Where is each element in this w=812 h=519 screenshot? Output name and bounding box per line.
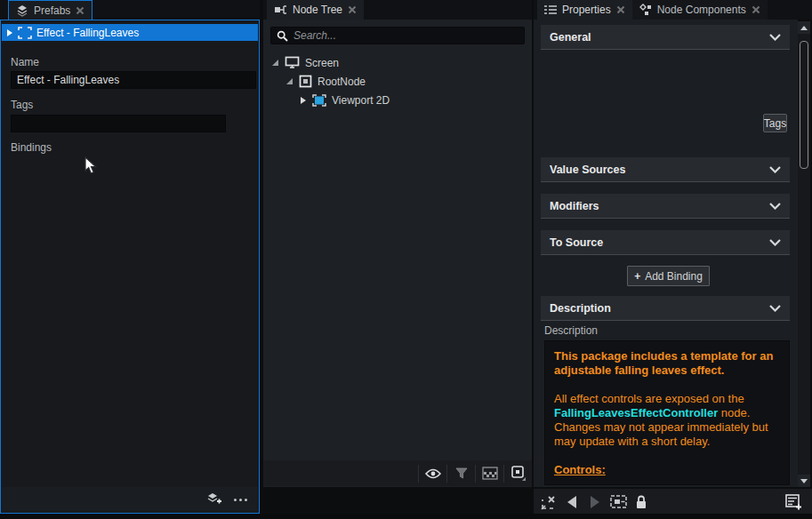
expander-collapsed-icon[interactable] bbox=[300, 96, 307, 105]
tree-item-rootnode[interactable]: RootNode bbox=[263, 72, 532, 91]
section-value-sources-label: Value Sources bbox=[550, 164, 625, 176]
add-binding-button[interactable]: + Add Binding bbox=[627, 266, 710, 286]
window-bottom-edge bbox=[0, 514, 812, 519]
frame-icon bbox=[610, 495, 627, 508]
tree-item-label: Viewport 2D bbox=[332, 94, 390, 107]
chevron-down-icon bbox=[769, 34, 781, 41]
section-to-source-label: To Source bbox=[550, 236, 603, 249]
arrow-right-icon bbox=[591, 496, 599, 508]
section-value-sources[interactable]: Value Sources bbox=[541, 157, 790, 182]
screen-icon bbox=[285, 56, 300, 69]
expander-collapsed-icon[interactable] bbox=[6, 28, 13, 37]
scroll-down-button[interactable] bbox=[798, 475, 810, 487]
more-options-button[interactable] bbox=[229, 490, 251, 509]
visibility-toggle-button[interactable] bbox=[419, 463, 446, 484]
properties-tabbar: Properties Node Components bbox=[534, 0, 812, 20]
description-spacer bbox=[554, 449, 780, 463]
node-tree-body: Screen RootNode bbox=[263, 20, 532, 487]
target-icon bbox=[511, 466, 527, 482]
node-tree-tabbar: Node Tree bbox=[263, 0, 532, 20]
section-to-source[interactable]: To Source bbox=[541, 230, 790, 255]
show-hidden-button[interactable] bbox=[476, 463, 503, 484]
description-controls-heading: Controls: bbox=[554, 463, 780, 477]
frame-selected-button[interactable] bbox=[607, 491, 630, 513]
tab-prefabs[interactable]: Prefabs bbox=[8, 0, 92, 20]
search-icon bbox=[277, 30, 288, 42]
scrollbar-thumb[interactable] bbox=[800, 41, 808, 169]
prefabs-icon bbox=[16, 4, 28, 17]
clear-selection-button[interactable] bbox=[537, 491, 560, 513]
prefabs-tabbar: Prefabs bbox=[0, 0, 260, 20]
add-prefab-button[interactable] bbox=[203, 490, 224, 509]
arrow-left-icon bbox=[567, 496, 576, 508]
filter-icon bbox=[455, 467, 468, 479]
tags-field[interactable] bbox=[11, 115, 226, 132]
chevron-down-icon bbox=[769, 239, 781, 246]
filter-button[interactable] bbox=[447, 463, 475, 484]
tab-prefabs-label: Prefabs bbox=[34, 4, 70, 17]
description-text-area[interactable]: This package includes a template for an … bbox=[544, 340, 790, 485]
prefabs-panel-body: Effect - FallingLeaves bbox=[0, 20, 260, 514]
node-tree-panel: Node Tree bbox=[263, 0, 532, 514]
section-general[interactable]: General bbox=[541, 25, 790, 50]
tab-properties-label: Properties bbox=[562, 4, 611, 16]
description-label: Description bbox=[544, 324, 598, 337]
tree-item-screen[interactable]: Screen bbox=[263, 53, 532, 72]
prefab-item-effect-fallingleaves[interactable]: Effect - FallingLeaves bbox=[2, 24, 258, 41]
description-para1: This package includes a template for an … bbox=[554, 349, 780, 378]
section-description[interactable]: Description bbox=[541, 296, 790, 321]
chevron-down-icon bbox=[769, 305, 781, 312]
application-window: Prefabs Effect - FallingLeaves bbox=[0, 0, 812, 519]
tab-node-tree[interactable]: Node Tree bbox=[267, 0, 364, 20]
triangle-up-icon bbox=[800, 26, 808, 30]
name-field[interactable] bbox=[11, 71, 256, 89]
triangle-down-icon bbox=[800, 479, 808, 483]
section-modifiers-label: Modifiers bbox=[550, 200, 599, 212]
checkerboard-icon bbox=[482, 467, 498, 480]
tags-button[interactable]: Tags bbox=[763, 114, 787, 132]
ellipsis-icon bbox=[234, 499, 247, 501]
chevron-down-icon bbox=[769, 166, 781, 173]
history-forward-button[interactable] bbox=[583, 491, 607, 513]
node-tree-search[interactable] bbox=[270, 27, 525, 44]
scroll-up-button[interactable] bbox=[798, 21, 810, 34]
description-para3: Changes may not appear immediately but m… bbox=[554, 420, 780, 449]
section-modifiers[interactable]: Modifiers bbox=[541, 194, 790, 219]
expander-expanded-icon[interactable] bbox=[285, 77, 293, 85]
close-icon[interactable] bbox=[348, 5, 357, 14]
close-icon[interactable] bbox=[76, 6, 84, 15]
section-general-label: General bbox=[550, 31, 591, 44]
section-description-label: Description bbox=[550, 302, 611, 315]
close-icon[interactable] bbox=[616, 5, 625, 14]
properties-icon bbox=[544, 4, 557, 15]
plus-icon: + bbox=[634, 270, 640, 283]
bindings-label: Bindings bbox=[11, 141, 52, 154]
tree-item-label: RootNode bbox=[318, 76, 366, 88]
prefab-item-label: Effect - FallingLeaves bbox=[36, 27, 139, 39]
node-tree: Screen RootNode bbox=[263, 53, 532, 109]
tags-label: Tags bbox=[11, 99, 33, 111]
description-spacer bbox=[554, 378, 780, 392]
add-property-button[interactable] bbox=[782, 491, 805, 513]
add-prefab-icon bbox=[206, 492, 221, 507]
properties-scrollbar[interactable] bbox=[798, 21, 810, 487]
tab-node-tree-label: Node Tree bbox=[293, 4, 342, 16]
close-icon[interactable] bbox=[752, 5, 760, 14]
lock-properties-button[interactable] bbox=[630, 491, 653, 513]
name-label: Name bbox=[11, 56, 39, 68]
node-tree-icon bbox=[274, 4, 287, 16]
tree-item-viewport-2d[interactable]: Viewport 2D bbox=[263, 91, 532, 109]
expander-expanded-icon[interactable] bbox=[271, 59, 279, 67]
add-binding-label: Add Binding bbox=[645, 270, 703, 283]
lock-icon bbox=[635, 495, 647, 509]
node-components-icon bbox=[639, 4, 652, 16]
search-input[interactable] bbox=[293, 29, 519, 42]
node-tree-toolbar bbox=[263, 460, 532, 486]
isolate-selection-button[interactable] bbox=[504, 463, 532, 484]
prefab-brackets-icon bbox=[18, 27, 32, 39]
tab-properties[interactable]: Properties bbox=[537, 0, 632, 20]
tab-node-components[interactable]: Node Components bbox=[632, 0, 768, 20]
tree-item-label: Screen bbox=[305, 57, 339, 69]
deselect-icon bbox=[541, 494, 557, 510]
history-back-button[interactable] bbox=[560, 491, 583, 513]
